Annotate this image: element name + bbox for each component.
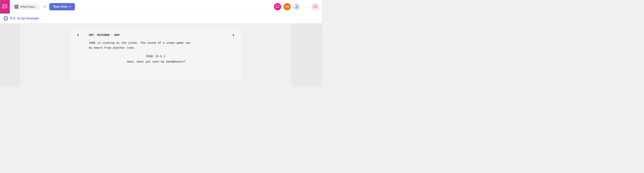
action-block: JANE is cooking at the stove. The sound …	[89, 41, 234, 50]
action-text: JANE is cooking at the stove. The sound …	[89, 42, 190, 50]
document-tab[interactable]: What Does...	[12, 3, 40, 10]
doc-tab-title: What Does...	[20, 5, 37, 8]
scene-number-right: 1	[232, 33, 234, 38]
user-avatar-generic[interactable]	[293, 3, 300, 10]
share-icon	[314, 5, 317, 9]
breadcrumb-icon-inner	[4, 17, 7, 20]
scene-number-left: 1	[77, 33, 85, 38]
edit-button[interactable]	[42, 4, 47, 10]
user-avatar-rd[interactable]: RD	[284, 3, 291, 10]
pencil-icon	[43, 4, 46, 8]
chat-icon	[2, 4, 8, 10]
left-sidebar	[0, 24, 20, 86]
comment-icon	[276, 5, 280, 9]
breadcrumb-doc-icon	[4, 16, 8, 20]
svg-point-2	[5, 6, 6, 6]
file-icon	[15, 5, 18, 8]
breadcrumb-bar: O.S. Script Example ...	[0, 14, 322, 24]
dialogue-text: Jane, have you seen my headphones?	[77, 60, 234, 64]
top-navigation: What Does... View Only RD ...	[0, 0, 322, 14]
nav-right-area: RD ...	[274, 3, 319, 10]
user-icon	[294, 4, 299, 9]
share-button[interactable]	[312, 3, 319, 10]
svg-point-1	[4, 6, 5, 6]
script-page: 1 INT. KITCHEN - DAY 1 JANE is cooking a…	[70, 29, 242, 81]
avatar-initials: RD	[286, 5, 289, 8]
breadcrumb-more-button[interactable]: ...	[314, 16, 318, 20]
scene-heading: INT. KITCHEN - DAY	[89, 33, 233, 38]
breadcrumb-more-label: ...	[314, 16, 318, 20]
chevron-down-icon	[69, 6, 71, 7]
more-options-button[interactable]: ...	[303, 4, 309, 10]
comment-avatar[interactable]	[274, 3, 281, 10]
logo-button[interactable]	[0, 0, 10, 14]
script-area: 1 INT. KITCHEN - DAY 1 JANE is cooking a…	[20, 24, 291, 86]
main-content: 1 INT. KITCHEN - DAY 1 JANE is cooking a…	[0, 24, 322, 86]
view-only-label: View Only	[53, 5, 68, 8]
scene-heading-row: 1 INT. KITCHEN - DAY 1	[77, 33, 234, 38]
breadcrumb-title[interactable]: O.S. Script Example	[10, 17, 39, 20]
more-label: ...	[304, 4, 308, 9]
view-only-button[interactable]: View Only	[49, 3, 75, 10]
character-name: MIKE (O.S.)	[77, 54, 234, 59]
right-sidebar	[291, 24, 322, 86]
svg-point-0	[4, 6, 4, 6]
document-icon	[14, 5, 18, 9]
